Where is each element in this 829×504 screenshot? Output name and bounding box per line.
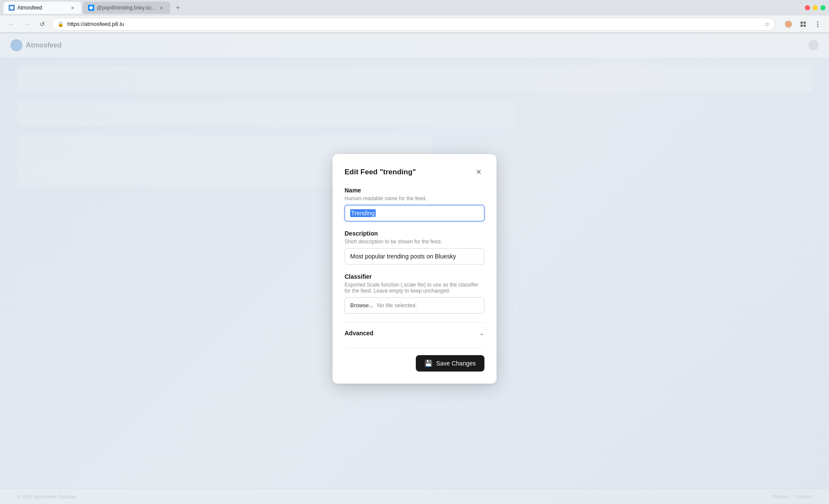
bookmark-icon[interactable]: ☆ xyxy=(764,21,770,28)
menu-button[interactable] xyxy=(812,18,824,30)
browser-actions xyxy=(782,18,824,30)
save-label: Save Changes xyxy=(436,360,476,367)
refresh-button[interactable]: ↺ xyxy=(36,18,48,30)
address-bar-input[interactable] xyxy=(67,21,761,27)
svg-point-9 xyxy=(817,25,819,27)
modal-footer: 💾 Save Changes xyxy=(345,348,484,372)
svg-point-2 xyxy=(785,21,792,28)
name-selected-text: Trending xyxy=(350,209,376,217)
tab-close-bluesky[interactable]: ✕ xyxy=(158,4,165,11)
name-label: Name xyxy=(345,187,484,194)
lock-icon: 🔒 xyxy=(57,21,64,27)
modal-close-button[interactable]: ✕ xyxy=(472,166,484,178)
save-changes-button[interactable]: 💾 Save Changes xyxy=(416,355,484,372)
advanced-header[interactable]: Advanced ⌄ xyxy=(345,329,484,337)
back-button[interactable]: ← xyxy=(5,18,17,30)
tab-favicon-atmosfeed xyxy=(9,5,15,11)
window-minimize[interactable] xyxy=(813,5,818,10)
tab-bluesky[interactable]: @pojntfxtesting.bsky.so... ✕ xyxy=(83,2,170,14)
window-close[interactable] xyxy=(805,5,810,10)
modal-title: Edit Feed "trending" xyxy=(345,168,416,176)
browser-title-bar: Atmosfeed ✕ @pojntfxtesting.bsky.so... ✕… xyxy=(0,0,829,16)
svg-point-7 xyxy=(817,21,819,22)
browse-label: Browse... xyxy=(350,302,373,309)
extensions-button[interactable] xyxy=(797,18,809,30)
svg-point-8 xyxy=(817,23,819,25)
advanced-chevron-icon: ⌄ xyxy=(479,330,484,337)
window-controls xyxy=(805,5,826,10)
svg-rect-3 xyxy=(801,22,803,24)
profile-button[interactable] xyxy=(782,18,794,30)
advanced-section: Advanced ⌄ xyxy=(345,322,484,337)
svg-rect-4 xyxy=(804,22,806,24)
svg-rect-5 xyxy=(801,25,803,27)
tab-label-atmosfeed: Atmosfeed xyxy=(17,5,66,11)
forward-button[interactable]: → xyxy=(21,18,33,30)
classifier-field-group: Classifier Exported Scale function (.sca… xyxy=(345,273,484,314)
classifier-hint: Exported Scale function (.scale file) to… xyxy=(345,282,484,294)
save-icon: 💾 xyxy=(424,359,433,367)
name-hint: Human-readable name for the feed. xyxy=(345,195,484,202)
advanced-label: Advanced xyxy=(345,330,373,337)
browser-controls: ← → ↺ 🔒 ☆ xyxy=(0,16,829,33)
tab-label-bluesky: @pojntfxtesting.bsky.so... xyxy=(97,5,155,11)
edit-feed-modal: Edit Feed "trending" ✕ Name Human-readab… xyxy=(332,154,497,384)
description-field-group: Description Short description to be show… xyxy=(345,230,484,265)
name-input-display[interactable]: Trending xyxy=(345,205,484,221)
new-tab-button[interactable]: + xyxy=(172,2,184,14)
svg-point-1 xyxy=(89,6,93,9)
window-maximize[interactable] xyxy=(820,5,826,10)
description-label: Description xyxy=(345,230,484,237)
description-hint: Short description to be shown for the fe… xyxy=(345,239,484,245)
classifier-label: Classifier xyxy=(345,273,484,280)
page-background: Atmosfeed Edit Feed "trending" ✕ Name Hu… xyxy=(0,33,829,504)
name-field-group: Name Human-readable name for the feed. T… xyxy=(345,187,484,221)
tab-favicon-bluesky xyxy=(88,5,94,11)
classifier-file-input[interactable]: Browse... No file selected. xyxy=(345,297,484,314)
tab-atmosfeed[interactable]: Atmosfeed ✕ xyxy=(3,2,81,14)
browser-chrome: Atmosfeed ✕ @pojntfxtesting.bsky.so... ✕… xyxy=(0,0,829,33)
modal-overlay: Edit Feed "trending" ✕ Name Human-readab… xyxy=(0,33,829,504)
svg-point-0 xyxy=(10,6,13,9)
address-bar-container[interactable]: 🔒 ☆ xyxy=(52,18,775,31)
no-file-label: No file selected. xyxy=(377,302,417,309)
description-input[interactable] xyxy=(345,248,484,265)
svg-rect-6 xyxy=(804,25,806,27)
modal-header: Edit Feed "trending" ✕ xyxy=(345,166,484,178)
tab-close-atmosfeed[interactable]: ✕ xyxy=(69,4,76,11)
